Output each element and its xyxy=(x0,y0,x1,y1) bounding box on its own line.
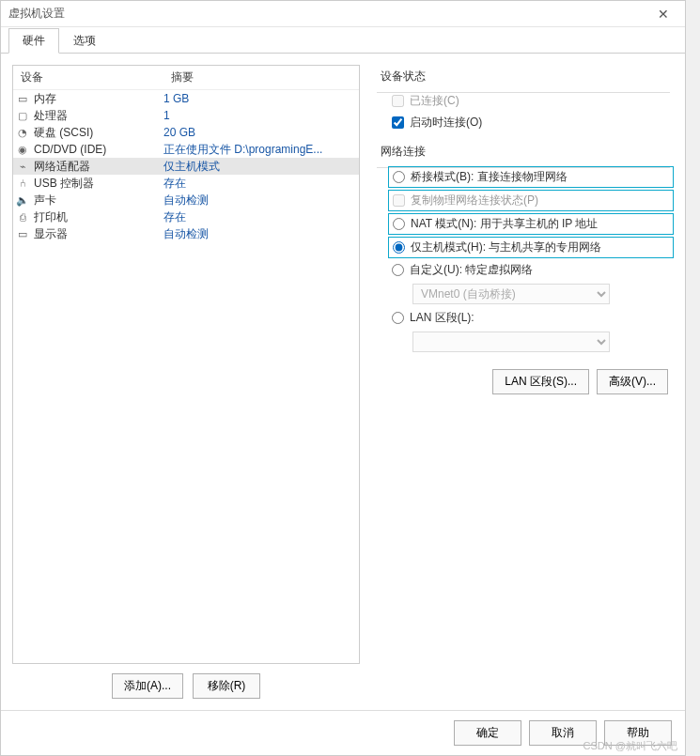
device-name: 声卡 xyxy=(32,193,163,208)
device-icon: ▭ xyxy=(13,228,32,240)
device-summary: 存在 xyxy=(163,176,359,192)
replicate-input xyxy=(393,194,405,207)
lan-segments-button[interactable]: LAN 区段(S)... xyxy=(492,369,589,394)
nat-radio[interactable]: NAT 模式(N): 用于共享主机的 IP 地址 xyxy=(388,213,674,235)
replicate-label: 复制物理网络连接状态(P) xyxy=(411,193,538,208)
close-icon[interactable]: ✕ xyxy=(649,5,677,23)
bridged-row: 桥接模式(B): 直接连接物理网络 xyxy=(388,166,674,188)
custom-label: 自定义(U): 特定虚拟网络 xyxy=(410,262,533,278)
group-title-status: 设备状态 xyxy=(377,69,670,85)
device-icon: ⎙ xyxy=(13,211,32,223)
device-row[interactable]: ◉CD/DVD (IDE)正在使用文件 D:\programingE... xyxy=(13,141,359,158)
connected-checkbox[interactable]: 已连接(C) xyxy=(392,93,670,109)
device-name: 内存 xyxy=(32,91,163,107)
lan-segment-input[interactable] xyxy=(392,312,404,324)
device-summary: 1 GB xyxy=(163,92,359,105)
lan-segment-radio[interactable]: LAN 区段(L): xyxy=(392,310,670,326)
vmnet-select: VMnet0 (自动桥接) xyxy=(412,284,610,304)
bridged-input[interactable] xyxy=(393,171,405,183)
device-row[interactable]: ⌁网络适配器仅主机模式 xyxy=(13,158,359,175)
device-status-group: 设备状态 已连接(C) 启动时连接(O) xyxy=(373,69,674,131)
device-row[interactable]: ⎙打印机存在 xyxy=(13,208,359,225)
device-summary: 自动检测 xyxy=(163,193,359,208)
hostonly-radio[interactable]: 仅主机模式(H): 与主机共享的专用网络 xyxy=(388,237,674,258)
device-list: 设备 摘要 ▭内存1 GB▢处理器1◔硬盘 (SCSI)20 GB◉CD/DVD… xyxy=(12,65,360,664)
group-title-network: 网络连接 xyxy=(377,144,670,160)
device-row[interactable]: ▭内存1 GB xyxy=(13,90,359,107)
custom-radio[interactable]: 自定义(U): 特定虚拟网络 xyxy=(392,262,670,278)
watermark: CSDN @就叫飞六吧 xyxy=(583,739,677,753)
col-device: 设备 xyxy=(13,66,163,89)
lan-segment-label: LAN 区段(L): xyxy=(410,310,474,326)
hostonly-input[interactable] xyxy=(393,241,405,254)
device-summary: 仅主机模式 xyxy=(163,159,359,175)
device-row[interactable]: ▭显示器自动检测 xyxy=(13,225,359,242)
device-name: 显示器 xyxy=(32,226,163,242)
hostonly-label: 仅主机模式(H): 与主机共享的专用网络 xyxy=(411,239,601,255)
device-icon: ⌁ xyxy=(13,161,32,173)
network-connection-group: 网络连接 桥接模式(B): 直接连接物理网络 复制物理网络连接状态(P) xyxy=(373,144,674,352)
device-name: 处理器 xyxy=(32,108,163,124)
connect-at-power-label: 启动时连接(O) xyxy=(410,115,482,131)
connected-input xyxy=(392,95,404,107)
tab-bar: 硬件 选项 xyxy=(1,27,685,54)
tab-hardware[interactable]: 硬件 xyxy=(8,28,59,54)
device-name: USB 控制器 xyxy=(32,176,163,192)
device-row[interactable]: ◔硬盘 (SCSI)20 GB xyxy=(13,124,359,141)
remove-button[interactable]: 移除(R) xyxy=(193,673,260,699)
device-name: 打印机 xyxy=(32,209,163,225)
device-summary: 1 xyxy=(163,109,359,122)
device-icon: ◔ xyxy=(13,127,32,139)
replicate-row: 复制物理网络连接状态(P) xyxy=(388,190,674,211)
lan-segment-select xyxy=(412,332,610,352)
device-icon: ⑃ xyxy=(13,177,32,189)
device-row[interactable]: ▢处理器1 xyxy=(13,107,359,124)
nat-label: NAT 模式(N): 用于共享主机的 IP 地址 xyxy=(411,216,598,232)
device-name: 硬盘 (SCSI) xyxy=(32,125,163,141)
add-button[interactable]: 添加(A)... xyxy=(112,673,183,699)
device-icon: ◉ xyxy=(13,144,32,156)
device-icon: ▭ xyxy=(13,93,32,105)
bridged-label: 桥接模式(B): 直接连接物理网络 xyxy=(411,169,568,185)
device-row[interactable]: 🔈声卡自动检测 xyxy=(13,192,359,208)
device-summary: 自动检测 xyxy=(163,226,359,242)
replicate-checkbox: 复制物理网络连接状态(P) xyxy=(393,193,538,208)
col-summary: 摘要 xyxy=(163,66,359,89)
device-summary: 20 GB xyxy=(163,126,359,139)
device-row[interactable]: ⑃USB 控制器存在 xyxy=(13,175,359,192)
device-name: 网络适配器 xyxy=(32,159,163,175)
connect-at-power-input[interactable] xyxy=(392,116,404,129)
connect-at-power-checkbox[interactable]: 启动时连接(O) xyxy=(392,115,670,131)
custom-input[interactable] xyxy=(392,264,404,276)
ok-button[interactable]: 确定 xyxy=(454,720,521,746)
device-summary: 存在 xyxy=(163,209,359,225)
advanced-button[interactable]: 高级(V)... xyxy=(597,369,668,394)
tab-options[interactable]: 选项 xyxy=(59,28,110,54)
bridged-radio[interactable]: 桥接模式(B): 直接连接物理网络 xyxy=(393,169,568,185)
nat-input[interactable] xyxy=(393,218,405,230)
device-icon: ▢ xyxy=(13,110,32,122)
device-icon: 🔈 xyxy=(13,194,32,207)
connected-label: 已连接(C) xyxy=(410,93,459,109)
device-name: CD/DVD (IDE) xyxy=(32,143,163,156)
device-summary: 正在使用文件 D:\programingE... xyxy=(163,142,359,158)
window-title: 虚拟机设置 xyxy=(8,6,649,22)
